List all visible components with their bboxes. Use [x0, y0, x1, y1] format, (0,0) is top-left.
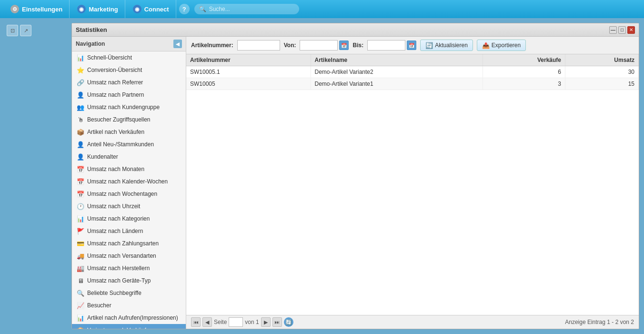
- nav-label-zahlungsarten: Umsatz nach Zahlungsarten: [87, 240, 159, 247]
- marketing-nav-item[interactable]: ◉ Marketing: [70, 0, 125, 18]
- page-number-input[interactable]: 1: [229, 317, 243, 327]
- col-artikelname: Artikelname: [311, 54, 483, 66]
- nav-item-conversion[interactable]: ⭐ Conversion-Übersicht: [72, 64, 186, 76]
- nav-item-monaten[interactable]: 📅 Umsatz nach Monaten: [72, 163, 186, 175]
- pagination-refresh-button[interactable]: 🔄: [284, 317, 293, 327]
- prev-page-button[interactable]: ◀: [202, 317, 212, 327]
- nav-item-impressionen[interactable]: 📊 Artikel nach Aufrufen(Impressionen): [72, 312, 186, 324]
- close-button[interactable]: ✕: [627, 26, 635, 34]
- nav-item-besucher[interactable]: 📈 Besucher: [72, 299, 186, 312]
- nav-label-varianten: Varianten nach Verkäufen: [87, 327, 152, 329]
- aktualisieren-button[interactable]: 🔄 Aktualisieren: [420, 40, 473, 51]
- window-titlebar: Statistiken — □ ✕: [72, 23, 639, 37]
- artikelnummer-input[interactable]: [237, 40, 280, 51]
- cell-artikelnummer-0: SW10005.1: [186, 66, 311, 78]
- sidebar: ⊡ ↗: [5, 23, 67, 329]
- nav-label-impressionen: Artikel nach Aufrufen(Impressionen): [87, 314, 178, 321]
- nav-label-kundenalter: Kundenalter: [87, 153, 118, 160]
- nav-label-versandarten: Umsatz nach Versandarten: [87, 253, 156, 259]
- table-row[interactable]: SW10005.1 Demo-Artikel Variante2 6 30: [186, 66, 639, 78]
- nav-item-suchbegriffe[interactable]: 🔍 Beliebte Suchbegriffe: [72, 287, 186, 299]
- nav-item-partners[interactable]: 👤 Umsatz nach Partnern: [72, 89, 186, 101]
- marketing-label: Marketing: [89, 6, 118, 13]
- navigation-collapse-button[interactable]: ◀: [173, 40, 182, 48]
- nav-item-geraete[interactable]: 🖥 Umsatz nach Geräte-Typ: [72, 274, 186, 287]
- nav-icon-zugriffsquellen: 🖱: [77, 116, 84, 123]
- nav-icon-monaten: 📅: [77, 165, 84, 173]
- help-button[interactable]: ?: [179, 4, 190, 14]
- bis-calendar-button[interactable]: 📅: [407, 40, 416, 50]
- search-input[interactable]: [209, 6, 294, 12]
- von-date-input[interactable]: 29.07.2016: [300, 40, 338, 51]
- nav-label-geraete: Umsatz nach Geräte-Typ: [87, 277, 151, 284]
- last-page-button[interactable]: ⏭: [272, 317, 282, 327]
- nav-icon-impressionen: 📊: [77, 314, 84, 322]
- artikelnummer-label: Artikelnummer:: [191, 42, 233, 49]
- cell-verkaeufe-1: 3: [483, 78, 565, 90]
- einstellungen-nav-item[interactable]: ⚙ Einstellungen: [4, 0, 70, 18]
- sidebar-external-btn[interactable]: ↗: [20, 25, 31, 36]
- sidebar-collapse-btn[interactable]: ⊡: [7, 25, 18, 36]
- minimize-button[interactable]: —: [609, 26, 617, 34]
- connect-nav-item[interactable]: ◉ Connect: [126, 0, 176, 18]
- exportieren-button[interactable]: 📤 Exportieren: [477, 40, 526, 51]
- nav-icon-kundengruppe: 👥: [77, 103, 84, 111]
- nav-icon-laendern: 🚩: [77, 227, 84, 235]
- cell-umsatz-1: 15: [565, 78, 639, 90]
- nav-label-schnell: Schnell-Übersicht: [87, 54, 132, 61]
- nav-item-artikel-verkaeufe[interactable]: 📦 Artikel nach Verkäufen: [72, 126, 186, 138]
- nav-icon-wochentagen: 📅: [77, 190, 84, 198]
- von-pages-label: von 1: [245, 319, 259, 325]
- window-content: Navigation ◀ 📊 Schnell-Übersicht ⭐ Conve…: [72, 37, 639, 329]
- nav-item-stammkunden[interactable]: 👤 Anteil Neu-/Stammkunden: [72, 138, 186, 151]
- navigation-header: Navigation ◀: [72, 37, 186, 51]
- gear-icon: ⚙: [10, 5, 19, 13]
- nav-item-kategorien[interactable]: 📊 Umsatz nach Kategorien: [72, 213, 186, 225]
- table-row[interactable]: SW10005 Demo-Artikel Variante1 3 15: [186, 78, 639, 90]
- nav-icon-versandarten: 🚚: [77, 252, 84, 260]
- nav-icon-artikel-verkaeufe: 📦: [77, 128, 84, 136]
- data-area: Artikelnummer: Von: 29.07.2016 📅 Bis: 29…: [186, 37, 639, 329]
- nav-icon-kalenderwochen: 📅: [77, 178, 84, 185]
- nav-item-wochentagen[interactable]: 📅 Umsatz nach Wochentagen: [72, 188, 186, 200]
- von-calendar-button[interactable]: 📅: [339, 40, 349, 50]
- nav-item-varianten[interactable]: 📦 Varianten nach Verkäufen: [72, 324, 186, 329]
- nav-label-referrer: Umsatz nach Referrer: [87, 79, 143, 86]
- bis-label: Bis:: [352, 42, 363, 49]
- nav-item-kundenalter[interactable]: 👤 Kundenalter: [72, 151, 186, 163]
- nav-label-monaten: Umsatz nach Monaten: [87, 166, 144, 172]
- maximize-button[interactable]: □: [618, 26, 626, 34]
- bis-date-input[interactable]: 29.05.2017: [367, 40, 405, 51]
- nav-item-kundengruppe[interactable]: 👥 Umsatz nach Kundengruppe: [72, 101, 186, 113]
- nav-item-kalenderwochen[interactable]: 📅 Umsatz nach Kalender-Wochen: [72, 175, 186, 188]
- nav-icon-referrer: 🔗: [77, 79, 84, 86]
- nav-label-kundengruppe: Umsatz nach Kundengruppe: [87, 104, 160, 111]
- nav-item-zugriffsquellen[interactable]: 🖱 Besucher Zugriffsquellen: [72, 113, 186, 126]
- nav-icon-varianten: 📦: [77, 326, 84, 329]
- nav-item-referrer[interactable]: 🔗 Umsatz nach Referrer: [72, 76, 186, 89]
- nav-item-zahlungsarten[interactable]: 💳 Umsatz nach Zahlungsarten: [72, 237, 186, 250]
- first-page-button[interactable]: ⏮: [191, 317, 201, 327]
- refresh-icon: 🔄: [425, 42, 433, 49]
- data-table: Artikelnummer Artikelname Verkäufe Umsat…: [186, 54, 639, 90]
- exportieren-label: Exportieren: [492, 42, 521, 49]
- pagination-controls: ⏮ ◀ Seite 1 von 1 ▶ ⏭ 🔄: [191, 317, 293, 327]
- nav-label-partners: Umsatz nach Partnern: [87, 91, 144, 98]
- nav-label-wochentagen: Umsatz nach Wochentagen: [87, 191, 157, 197]
- seite-label: Seite: [214, 319, 227, 325]
- nav-label-suchbegriffe: Beliebte Suchbegriffe: [87, 290, 141, 296]
- main-area: ⊡ ↗ Statistiken — □ ✕ Navigation ◀: [0, 18, 644, 334]
- connect-icon: ◉: [133, 5, 141, 13]
- von-date-field: 29.07.2016 📅: [300, 40, 349, 51]
- nav-item-versandarten[interactable]: 🚚 Umsatz nach Versandarten: [72, 250, 186, 262]
- nav-item-herstellern[interactable]: 🏭 Umsatz nach Herstellern: [72, 262, 186, 274]
- cell-artikelname-0: Demo-Artikel Variante2: [311, 66, 483, 78]
- nav-item-laendern[interactable]: 🚩 Umsatz nach Ländern: [72, 225, 186, 237]
- nav-item-schnell[interactable]: 📊 Schnell-Übersicht: [72, 51, 186, 64]
- navigation-panel: Navigation ◀ 📊 Schnell-Übersicht ⭐ Conve…: [72, 37, 186, 329]
- col-artikelnummer: Artikelnummer: [186, 54, 311, 66]
- pagination-bar: ⏮ ◀ Seite 1 von 1 ▶ ⏭ 🔄 Anzeige Eintrag …: [186, 315, 639, 329]
- nav-item-uhrzeit[interactable]: 🕐 Umsatz nach Uhrzeit: [72, 200, 186, 213]
- next-page-button[interactable]: ▶: [261, 317, 271, 327]
- nav-icon-geraete: 🖥: [77, 277, 84, 284]
